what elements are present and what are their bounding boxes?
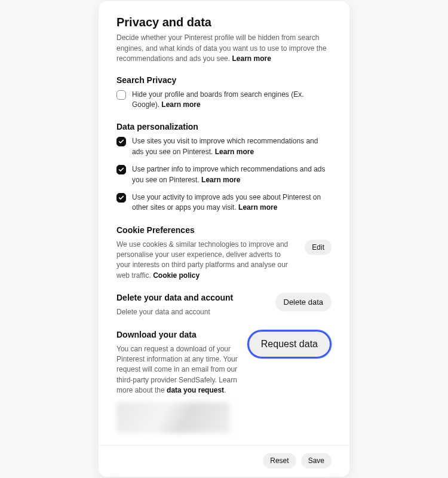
- download-data-heading: Download your data: [116, 330, 239, 339]
- use-sites-checkbox[interactable]: [116, 137, 126, 146]
- cookie-preferences-desc: We use cookies & similar technologies to…: [116, 240, 296, 281]
- delete-data-section: Delete your data and account Delete your…: [116, 293, 332, 317]
- cookie-preferences-section: Cookie Preferences We use cookies & simi…: [116, 225, 332, 281]
- learn-more-link[interactable]: Learn more: [215, 148, 254, 156]
- delete-data-button[interactable]: Delete data: [275, 293, 332, 311]
- use-activity-checkbox[interactable]: [116, 193, 126, 203]
- use-partner-info-label: Use partner info to improve which recomm…: [132, 164, 332, 185]
- search-privacy-section: Search Privacy Hide your profile and boa…: [116, 75, 332, 111]
- page-subtitle: Decide whether your Pinterest profile wi…: [116, 33, 332, 64]
- search-privacy-heading: Search Privacy: [116, 75, 332, 85]
- redacted-content: [116, 402, 230, 433]
- delete-data-desc: Delete your data and account: [116, 307, 233, 317]
- delete-data-heading: Delete your data and account: [116, 293, 233, 302]
- save-button[interactable]: Save: [301, 453, 332, 468]
- request-data-button[interactable]: Request data: [247, 330, 332, 358]
- cookie-policy-link[interactable]: Cookie policy: [153, 271, 200, 280]
- learn-more-link[interactable]: Learn more: [238, 203, 277, 212]
- hide-profile-checkbox[interactable]: [116, 90, 126, 100]
- learn-more-link[interactable]: Learn more: [201, 176, 240, 184]
- use-partner-info-checkbox[interactable]: [116, 165, 126, 174]
- personalization-row: Use sites you visit to improve which rec…: [116, 136, 332, 157]
- reset-button[interactable]: Reset: [263, 453, 296, 468]
- data-you-request-link[interactable]: data you request: [167, 386, 224, 394]
- cookie-preferences-heading: Cookie Preferences: [116, 225, 332, 235]
- settings-panel: Privacy and data Decide whether your Pin…: [99, 1, 349, 476]
- use-sites-label: Use sites you visit to improve which rec…: [132, 136, 332, 157]
- data-personalization-section: Data personalization Use sites you visit…: [116, 122, 332, 213]
- check-icon: [118, 167, 124, 173]
- learn-more-link[interactable]: Learn more: [161, 100, 200, 109]
- search-privacy-row: Hide your profile and boards from search…: [116, 90, 332, 111]
- download-data-section: Download your data You can request a dow…: [116, 330, 332, 433]
- footer-actions: Reset Save: [99, 445, 349, 468]
- check-icon: [118, 139, 124, 145]
- download-data-desc: You can request a download of your Pinte…: [116, 344, 239, 396]
- page-title: Privacy and data: [116, 16, 332, 29]
- edit-cookies-button[interactable]: Edit: [305, 240, 332, 255]
- data-personalization-heading: Data personalization: [116, 122, 332, 131]
- hide-profile-label: Hide your profile and boards from search…: [132, 90, 332, 111]
- personalization-row: Use your activity to improve ads you see…: [116, 192, 332, 213]
- learn-more-link[interactable]: Learn more: [232, 54, 271, 63]
- personalization-row: Use partner info to improve which recomm…: [116, 164, 332, 185]
- use-activity-label: Use your activity to improve ads you see…: [132, 192, 332, 213]
- check-icon: [118, 195, 124, 201]
